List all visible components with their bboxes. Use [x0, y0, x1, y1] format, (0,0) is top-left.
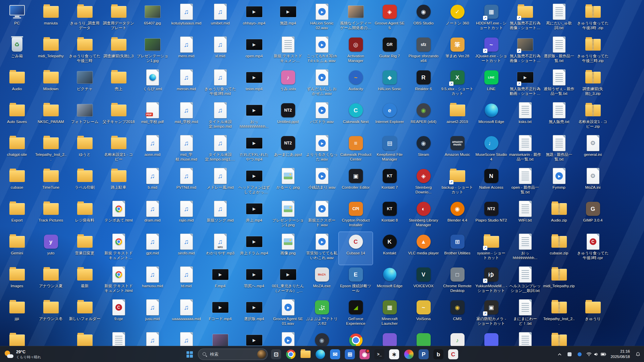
desktop-icon[interactable]: cubase.zip	[542, 232, 576, 265]
desktop-icon[interactable]: GGIMP 3.0.4	[576, 199, 610, 232]
desktop-icon[interactable]: ↗syasinn - ショートカット	[474, 232, 508, 265]
desktop-icon[interactable]: ↗無人販売不正行為画像 - ショートカッ...	[508, 2, 542, 35]
desktop-icon[interactable]: ▶Fコード.mp4	[203, 298, 237, 330]
desktop-icon[interactable]: おっhhhhhhhhhh...	[508, 232, 542, 265]
desktop-icon[interactable]: midi_Telepathy.zip	[542, 265, 576, 298]
weather-widget[interactable]: 29°C くもり時々晴れ	[0, 346, 46, 362]
desktop-icon[interactable]: 売上	[102, 68, 136, 101]
desktop-icon[interactable]: VVOICEVOX	[407, 265, 440, 298]
desktop-icon[interactable]: ▶パズドラ.wav	[305, 101, 339, 133]
tray-app-1[interactable]	[565, 348, 574, 361]
desktop-icon[interactable]: ♫新規ソング.mid	[203, 199, 237, 232]
desktop-icon[interactable]: CPICrypton Product Installer	[339, 199, 373, 232]
desktop-icon[interactable]	[474, 330, 508, 346]
desktop-icon[interactable]: chatgpt-site	[0, 133, 34, 166]
file-explorer-icon[interactable]	[299, 348, 312, 361]
desktop-icon[interactable]: ▶F.mp4	[203, 265, 237, 298]
desktop-icon[interactable]: RReaktor 6	[407, 68, 440, 101]
desktop-icon[interactable]: 父子キャンプ2018	[102, 101, 136, 133]
desktop-icon[interactable]: ♫xl.mid	[203, 35, 237, 68]
desktop-icon[interactable]: 新しいフォルダー	[68, 298, 102, 330]
desktop-icon[interactable]: ♫gpt.mid	[136, 232, 169, 265]
desktop-icon[interactable]: 孤独なインディーゲーム開発者の一生...	[339, 2, 373, 35]
desktop-icon[interactable]: ♫タイトル未設定.tempo.mid	[203, 101, 237, 133]
desktop-icon[interactable]	[102, 330, 136, 346]
desktop-icon[interactable]: ♫uaaaaaaaaa.mid	[169, 298, 203, 330]
desktop-icon[interactable]: ▶Fymmp	[542, 166, 576, 199]
desktop-icon[interactable]: プレゼンテーション1.png	[271, 199, 305, 232]
desktop-icon[interactable]: 営業日変更	[68, 232, 102, 265]
desktop-icon[interactable]: ~↗JQuake.exe - ショートカット	[474, 35, 508, 68]
terminal-icon[interactable]: >_	[373, 348, 386, 361]
desktop-icon[interactable]: ▶選択版.mp4	[237, 298, 271, 330]
desktop-icon[interactable]: 新規 テキストドキュメント.html	[102, 265, 136, 298]
desktop-icon[interactable]: 新規 テキストドキュメント.musicxml	[271, 35, 305, 68]
desktop-icon[interactable]: ▶無題.mp4	[271, 2, 305, 35]
desktop-icon[interactable]: ◎Activation Manager	[339, 35, 373, 68]
desktop-icon[interactable]: 路上駐車	[102, 166, 136, 199]
desktop-icon[interactable]: maniuta	[34, 2, 68, 35]
desktop-icon[interactable]: ▶こってもh d 写ch f d s b ふぁ.wav	[305, 35, 339, 68]
desktop-icon[interactable]: Microsoft Edge	[474, 101, 508, 133]
desktop-icon[interactable]: ▶ずんだもん_しおかぜふ.wav	[305, 68, 339, 101]
notification-bell-button[interactable]	[633, 348, 643, 361]
desktop-icon[interactable]	[542, 330, 576, 346]
powerpoint-icon[interactable]: P	[417, 348, 430, 361]
desktop-icon[interactable]: Telepathy_Inst_2...	[34, 133, 68, 166]
desktop-icon[interactable]: Mixdown	[34, 68, 68, 101]
desktop-icon[interactable]: ▶井上ドラム.mp4	[237, 232, 271, 265]
taskbar-clock[interactable]: 21:16 2025/08/18	[608, 349, 633, 359]
desktop-icon[interactable]: amazon musicAmazon Music	[440, 133, 474, 166]
desktop-icon[interactable]: X↗9.5.xlsx - ショートカット	[440, 68, 474, 101]
desktop-icon[interactable]: プレゼンテーション1.jpg	[136, 35, 169, 68]
desktop-icon[interactable]: レジ袋有料	[68, 199, 102, 232]
tray-chevron-button[interactable]	[555, 348, 564, 361]
desktop-icon[interactable]: ▶羽尻へ.mp4	[237, 265, 271, 298]
desktop-icon[interactable]: ≡Cakewalk Product Center	[339, 133, 373, 166]
search-box[interactable]: 検索	[198, 349, 268, 360]
desktop-icon[interactable]: ヘルスコンプレッション__歌詞.txt	[508, 265, 542, 298]
desktop-icon[interactable]	[508, 330, 542, 346]
desktop-icon[interactable]: ♫PVTNd.mid	[169, 166, 203, 199]
desktop-icon[interactable]: ♫hamusu.mid	[136, 265, 169, 298]
microsoft-store-icon[interactable]: ⊞	[343, 348, 357, 361]
desktop-icon[interactable]: まにまにわーど！.txt	[508, 298, 542, 330]
desktop-icon[interactable]: ♪	[440, 330, 474, 346]
desktop-icon[interactable]: 無人販売.txt	[542, 101, 576, 133]
desktop-icon[interactable]	[339, 330, 373, 346]
desktop-icon[interactable]: ◉Blender 4.4	[440, 199, 474, 232]
desktop-icon[interactable]: NKSC_PARAM	[34, 101, 68, 133]
task-view-icon[interactable]: ⊡	[269, 348, 283, 361]
desktop-icon[interactable]: ▶だれどFXいれたやつ.mp4	[237, 133, 271, 166]
desktop-icon[interactable]: Gemini	[0, 232, 34, 265]
desktop-icon[interactable]: ♫タイトル未設定.tempo.orig1.mid	[203, 133, 237, 166]
desktop-icon[interactable]: くらび.xml	[136, 68, 169, 101]
desktop-icon[interactable]: 画像.png	[271, 232, 305, 265]
desktop-icon[interactable]: ♫dram.mid	[136, 199, 169, 232]
desktop-icon[interactable]: 筆筆まめ Ver.28	[440, 35, 474, 68]
desktop-icon[interactable]: ♫sirofo.mid	[169, 232, 203, 265]
desktop-icon[interactable]: NT2Untitled.ppsf	[271, 101, 305, 133]
desktop-icon[interactable]: KTKontakt 8	[373, 199, 407, 232]
desktop-icon[interactable]: NT2あーまにあ.ppsf	[271, 133, 305, 166]
desktop-icon[interactable]: manisekarin - 親作品一覧.txt	[508, 133, 542, 166]
desktop-icon[interactable]: ▶↗無人販売不正行為動画 - ショートカット	[508, 68, 542, 101]
desktop-icon[interactable]: KTKontakt 7	[373, 166, 407, 199]
desktop-icon[interactable]: きゅうり_調査用データ	[68, 2, 102, 35]
desktop-icon[interactable]: ♫mero.mid	[169, 35, 203, 68]
desktop-icon[interactable]: ♫kotusytuaaus.mid	[169, 2, 203, 35]
desktop-icon[interactable]: ▶新規エクスポート.wav	[305, 199, 339, 232]
desktop-icon[interactable]: ↗backup - ショートカット	[440, 166, 474, 199]
desktop-icon[interactable]: ▶teion.mp4	[237, 68, 271, 101]
desktop-icon[interactable]: yyuto	[34, 232, 68, 265]
desktop-icon[interactable]: 通知うぜぇ - 親作品一覧.txt	[542, 68, 576, 101]
desktop-icon[interactable]: ◆HALion Sonic	[373, 68, 407, 101]
desktop-icon[interactable]: Audio	[0, 68, 34, 101]
desktop-icon[interactable]: ◉OBS Studio	[407, 2, 440, 35]
desktop-icon[interactable]: ▶Groove Agent SE 01.wav	[271, 298, 305, 330]
desktop-icon[interactable]: ♫td.mid	[169, 265, 203, 298]
desktop-icon[interactable]: ▶小銭詰まり.wav	[305, 166, 339, 199]
desktop-icon[interactable]: 名称未設定1 - コピー	[102, 133, 136, 166]
network-volume-battery-group[interactable]	[585, 348, 607, 361]
desktop-icon[interactable]: Cきゅうり食ってた午後3時.cpr	[576, 232, 610, 265]
